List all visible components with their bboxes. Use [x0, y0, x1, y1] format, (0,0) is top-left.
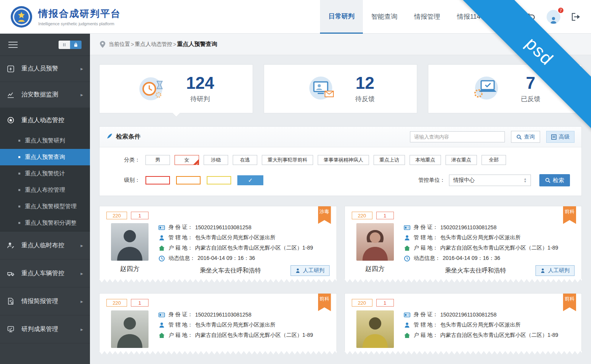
logout-icon[interactable]: [571, 13, 580, 21]
stat-value: 7: [521, 75, 540, 91]
user-avatar[interactable]: 7: [547, 10, 560, 24]
query-button[interactable]: 查询: [511, 131, 540, 143]
notification-badge: 7: [557, 7, 564, 14]
category-mental-illness[interactable]: 肇事肇祸精神病人: [318, 155, 369, 165]
category-potential-key[interactable]: 潜在重点: [446, 155, 477, 165]
sidebar-item-label: 重点人临时布控: [21, 242, 64, 250]
sidebar-subitem-warning-score-adjust[interactable]: 重点人预警积分调整: [0, 215, 90, 231]
jurisdiction-icon: [158, 235, 165, 241]
tag-ribbon: 前科: [563, 294, 576, 311]
select-arrows-icon: ▲▼: [524, 178, 527, 183]
sidebar-subitem-warning-query[interactable]: 重点人预警查询: [0, 149, 90, 165]
lock-icon[interactable]: [70, 41, 82, 49]
stat-card-pending-judgment[interactable]: 124 待研判: [99, 64, 253, 113]
score-badge: 220: [106, 299, 127, 307]
jurisdiction-icon: [404, 235, 410, 241]
search-input[interactable]: [410, 131, 505, 142]
unit-select[interactable]: 情报中心 ▲▼: [449, 175, 531, 186]
sidebar-item-label: 治安数据监测: [21, 91, 58, 99]
search-button[interactable]: 检索: [539, 174, 570, 186]
manual-judgment-button[interactable]: 人工研判: [291, 265, 330, 276]
search-panel: 检索条件 查询 高级 分类: [99, 126, 582, 196]
compass-icon: [7, 116, 16, 124]
level-badge: 1: [131, 212, 149, 219]
clock-hourglass-icon: [138, 74, 168, 103]
briefing-icon: [7, 297, 16, 305]
category-female[interactable]: 女: [175, 155, 199, 165]
search-panel-header: 检索条件 查询 高级: [100, 127, 581, 147]
zigzag-edge: [99, 351, 337, 354]
level-option-orange[interactable]: [176, 176, 201, 184]
unit-label: 管控单位：: [418, 177, 445, 184]
level-option-blue-selected[interactable]: [237, 175, 263, 185]
person-card: 前科 220 1 赵四方: [344, 206, 582, 282]
category-criminal-record[interactable]: 重大刑事犯罪前科: [262, 155, 313, 165]
laptop-gear-icon: [470, 74, 503, 103]
menu-collapse-icon[interactable]: [8, 40, 18, 50]
dynamic-detail: 乘坐火车去往呼和浩特: [445, 267, 506, 275]
nav-item-intel-management[interactable]: 情报管理: [406, 0, 449, 34]
nav-item-smart-query[interactable]: 智能查询: [363, 0, 406, 34]
score-badge: 220: [106, 212, 127, 219]
id-card-icon: [158, 224, 165, 231]
zigzag-edge: [344, 279, 582, 282]
person-card: 前科 220 1: [99, 293, 337, 354]
id-card-icon: [404, 312, 410, 318]
advanced-filter-icon: [551, 134, 557, 140]
home-icon: [158, 332, 165, 339]
content: 124 待研判: [90, 55, 591, 354]
manual-judgment-button[interactable]: 人工研判: [535, 265, 575, 276]
level-option-red[interactable]: [145, 176, 170, 184]
sidebar-subitem-warning-judgment[interactable]: 重点人预警研判: [0, 132, 90, 149]
chevron-right-icon: ▸: [80, 92, 83, 98]
category-local-key[interactable]: 本地重点: [410, 155, 441, 165]
breadcrumb-parent[interactable]: 重点人动态管控: [135, 41, 172, 48]
vehicle-icon: [7, 269, 16, 277]
breadcrumb-current: 重点人预警查询: [177, 41, 217, 48]
sidebar-item-judgment-results-management[interactable]: 研判成果管理 ▸: [0, 315, 90, 343]
id-card-icon: [158, 312, 165, 318]
person-card: 前科 220 1: [344, 293, 582, 354]
sidebar-pin-toggle[interactable]: [59, 41, 82, 49]
person-photo: [356, 310, 394, 348]
clock-icon: [404, 255, 410, 262]
sidebar-subitem-control-management[interactable]: 重点人布控管理: [0, 182, 90, 198]
sidebar-item-key-person-dynamic-control[interactable]: 重点人动态管控: [0, 108, 90, 132]
sidebar-subitem-warning-statistics[interactable]: 重点人预警统计: [0, 165, 90, 182]
tag-ribbon: 前科: [318, 294, 331, 311]
jurisdiction-icon: [404, 322, 410, 328]
bullet-icon: [18, 173, 20, 175]
category-stability[interactable]: 涉稳: [204, 155, 228, 165]
sidebar-top-bar: [0, 34, 90, 56]
unpinned-segment[interactable]: [59, 41, 70, 49]
category-key-petitioner[interactable]: 重点上访: [374, 155, 405, 165]
bullet-icon: [18, 189, 20, 191]
category-fugitive[interactable]: 在逃: [233, 155, 257, 165]
clock-icon: [158, 255, 165, 262]
sidebar-item-vehicle-control[interactable]: 重点人车辆管控 ▸: [0, 260, 90, 287]
stat-value: 12: [355, 75, 375, 91]
advanced-button[interactable]: 高级: [546, 131, 575, 143]
sidebar-item-temporary-control[interactable]: 重点人临时布控 ▸: [0, 232, 90, 260]
sidebar-item-label: 情报简报管理: [21, 297, 58, 305]
zigzag-edge: [344, 351, 582, 354]
level-row: 级别： 管控单位： 情报中心 ▲▼: [111, 174, 570, 186]
level-badge: 1: [376, 212, 394, 219]
sidebar-item-key-person-warning[interactable]: 重点人员预警 ▸: [0, 56, 90, 82]
dynamic-detail: 乘坐火车去往呼和浩特: [200, 267, 261, 275]
level-option-yellow[interactable]: [207, 176, 231, 184]
sidebar-item-briefing-management[interactable]: 情报简报管理 ▸: [0, 287, 90, 315]
category-all[interactable]: 全部: [482, 155, 506, 165]
category-male[interactable]: 男: [145, 155, 170, 165]
bullet-icon: [18, 206, 20, 207]
sidebar-item-security-data-monitor[interactable]: 治安数据监测 ▸: [0, 82, 90, 108]
zigzag-edge: [99, 279, 337, 282]
chevron-right-icon: ▸: [80, 271, 83, 276]
stat-label: 已反馈: [521, 95, 540, 103]
results-grid: 涉毒 220 1 赵四方: [99, 206, 582, 354]
sidebar-subitem-warning-model-management[interactable]: 重点人预警模型管理: [0, 198, 90, 215]
stat-card-pending-feedback[interactable]: 12 待反馈: [264, 64, 418, 113]
tag-ribbon: 涉毒: [318, 206, 331, 224]
sidebar-item-label: 重点人动态管控: [21, 116, 64, 124]
nav-item-daily-judgment[interactable]: 日常研判: [320, 0, 363, 34]
